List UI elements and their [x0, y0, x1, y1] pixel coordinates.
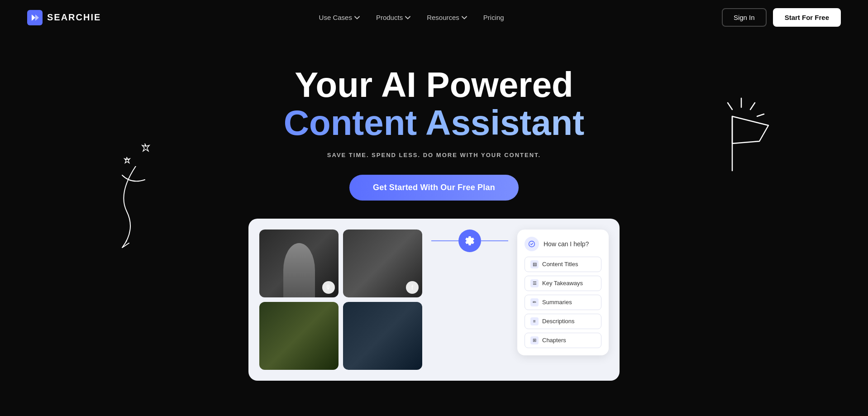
signin-button[interactable]: Sign In — [722, 8, 767, 27]
ai-panel-header: How can I help? — [525, 237, 601, 251]
nav-pricing[interactable]: Pricing — [483, 14, 504, 21]
chevron-down-icon — [354, 15, 360, 20]
ai-tags-list: ▤ Content Titles ☰ Key Takeaways ✏ Summa… — [525, 257, 601, 348]
hero-title-line1: Your AI Powered — [295, 67, 573, 104]
facebook-icon: f — [406, 281, 419, 294]
content-titles-icon: ▤ — [530, 260, 539, 268]
ai-avatar — [525, 237, 539, 251]
logo-text: SEARCHIE — [47, 12, 101, 23]
nav-products[interactable]: Products — [376, 14, 410, 21]
chevron-down-icon — [462, 15, 467, 20]
nav-actions: Sign In Start For Free — [722, 8, 841, 27]
connector-area — [431, 230, 508, 252]
dashboard-preview: 🎙 f — [248, 219, 620, 381]
settings-icon — [464, 235, 475, 246]
ai-icon — [528, 240, 535, 248]
tag-summaries: ✏ Summaries — [525, 295, 601, 310]
nav-resources[interactable]: Resources — [427, 14, 467, 21]
logo-icon — [27, 10, 43, 25]
logo-link[interactable]: SEARCHIE — [27, 10, 101, 25]
start-free-button[interactable]: Start For Free — [773, 8, 841, 27]
decorative-flag — [705, 94, 777, 186]
nav-use-cases[interactable]: Use Cases — [319, 14, 360, 21]
chapters-icon: ⊞ — [530, 336, 539, 344]
ai-settings-node — [458, 230, 481, 252]
summaries-icon: ✏ — [530, 298, 539, 306]
connector-line-right — [481, 240, 508, 241]
connector-line — [431, 240, 458, 241]
cta-button[interactable]: Get Started With Our Free Plan — [349, 175, 519, 201]
video-thumb-1: 🎙 — [259, 230, 339, 297]
video-thumb-3 — [259, 302, 339, 370]
hero-section: Your AI Powered Content Assistant SAVE T… — [0, 35, 868, 399]
video-thumb-4 — [343, 302, 422, 370]
descriptions-icon: ≡ — [530, 317, 539, 325]
video-thumb-2: f — [343, 230, 422, 297]
chevron-down-icon — [405, 15, 410, 20]
svg-marker-5 — [732, 116, 768, 143]
tag-key-takeaways: ☰ Key Takeaways — [525, 276, 601, 291]
tag-descriptions: ≡ Descriptions — [525, 314, 601, 329]
ai-panel: How can I help? ▤ Content Titles ☰ Key T… — [517, 230, 609, 355]
svg-line-2 — [750, 103, 755, 110]
tag-chapters: ⊞ Chapters — [525, 333, 601, 348]
hero-title-line2: Content Assistant — [284, 104, 585, 143]
ai-question-text: How can I help? — [544, 240, 589, 248]
podcast-icon: 🎙 — [322, 281, 335, 294]
svg-line-3 — [728, 103, 732, 110]
tag-content-titles: ▤ Content Titles — [525, 257, 601, 272]
hero-subtitle: SAVE TIME. SPEND LESS. DO MORE WITH YOUR… — [327, 152, 541, 158]
key-takeaways-icon: ☰ — [530, 279, 539, 287]
nav-links: Use Cases Products Resources Pricing — [319, 14, 504, 21]
svg-line-4 — [757, 114, 764, 116]
decorative-arrow — [109, 166, 199, 268]
navbar: SEARCHIE Use Cases Products Resources Pr… — [0, 0, 868, 35]
video-grid: 🎙 f — [259, 230, 422, 370]
